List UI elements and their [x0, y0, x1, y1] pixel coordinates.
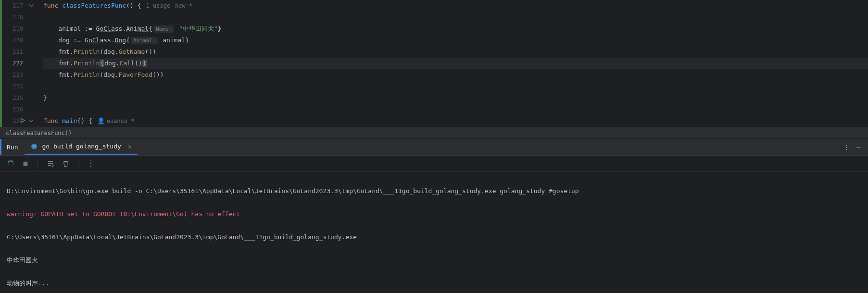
- code-text: dog :=: [43, 37, 85, 44]
- gutter: 217 218 219 220 221 222 223 224 225 226 …: [0, 0, 28, 127]
- code-line[interactable]: func classFeaturesFunc() {1 usagenew *: [43, 0, 868, 12]
- code-line[interactable]: animal := GoClass.Animal{Name: "中华田园犬"}: [43, 23, 868, 35]
- editor-area: 217 218 219 220 221 222 223 224 225 226 …: [0, 0, 868, 127]
- code-text: dog.: [104, 60, 119, 67]
- line-number[interactable]: 224: [0, 81, 28, 92]
- line-number[interactable]: 226: [0, 104, 28, 115]
- line-number[interactable]: 218: [0, 12, 28, 23]
- more-icon[interactable]: ⋮: [87, 159, 95, 168]
- gutter-markers: [28, 0, 43, 127]
- stop-icon[interactable]: [22, 160, 29, 167]
- trash-icon[interactable]: [62, 160, 69, 167]
- code-text: {: [126, 37, 130, 44]
- vcs-inlay[interactable]: new *: [175, 2, 192, 9]
- code-area[interactable]: func classFeaturesFunc() {1 usagenew * a…: [43, 0, 868, 127]
- param-hint: Name:: [153, 25, 174, 33]
- string-literal: "中华田园犬": [175, 25, 217, 32]
- type-ref: Dog: [115, 37, 126, 44]
- close-icon[interactable]: ×: [128, 143, 132, 150]
- tool-window-actions: ⋮ —: [843, 144, 868, 151]
- svg-point-1: [33, 146, 34, 146]
- console-line: C:\Users\35161\AppData\Local\JetBrains\G…: [7, 232, 861, 243]
- function-name: classFeaturesFunc: [62, 2, 126, 9]
- scroll-to-end-icon[interactable]: [47, 160, 54, 168]
- rerun-icon[interactable]: [7, 160, 14, 168]
- method-name: GetName: [119, 48, 145, 55]
- line-number[interactable]: 217: [0, 0, 28, 12]
- console-line: 动物的叫声...: [7, 278, 861, 289]
- type-ref: Animal: [126, 25, 149, 32]
- bracket-match: ): [142, 60, 147, 67]
- code-text: (dog.: [100, 48, 118, 55]
- tool-window-title[interactable]: Run: [0, 139, 25, 155]
- code-text: {: [149, 25, 152, 32]
- line-number[interactable]: 222: [0, 58, 28, 69]
- code-text: ()): [145, 48, 156, 55]
- line-number[interactable]: 223: [0, 69, 28, 81]
- code-text: }: [218, 25, 222, 32]
- code-text: ()): [152, 71, 164, 78]
- code-text: fmt.: [43, 60, 74, 67]
- breadcrumb[interactable]: classFeaturesFunc(): [0, 127, 868, 138]
- code-line[interactable]: }: [43, 92, 868, 104]
- run-gutter-icon[interactable]: [19, 117, 26, 124]
- method-name: FavorFood: [119, 71, 152, 78]
- author-inlay[interactable]: euansu *: [107, 118, 135, 124]
- code-line[interactable]: [43, 12, 868, 23]
- code-text: () {: [77, 117, 92, 124]
- minimize-icon[interactable]: —: [856, 144, 860, 151]
- chevron-down-icon[interactable]: [28, 117, 35, 124]
- code-line-active[interactable]: fmt.Println(dog.Call()): [43, 58, 868, 69]
- code-line[interactable]: fmt.Println(dog.FavorFood()): [43, 69, 868, 81]
- run-config-label: go build golang_study: [42, 143, 121, 150]
- code-line[interactable]: fmt.Println(dog.GetName()): [43, 46, 868, 58]
- code-line[interactable]: dog := GoClass.Dog{Animal: animal}: [43, 35, 868, 46]
- package-ref: GoClass: [96, 25, 123, 32]
- function-name: main: [62, 117, 77, 124]
- keyword: func: [43, 2, 62, 9]
- code-text: fmt.: [43, 71, 74, 78]
- console-line: D:\Enviroment\Go\bin\go.exe build -o C:\…: [7, 185, 861, 197]
- active-tool-marker: [0, 139, 1, 155]
- method-name: Println: [74, 71, 100, 78]
- line-number[interactable]: 219: [0, 23, 28, 35]
- code-line[interactable]: func main() {👤euansu *: [43, 115, 868, 127]
- method-name: Call: [120, 60, 135, 67]
- code-text: fmt.: [43, 48, 74, 55]
- code-text: .: [111, 37, 115, 44]
- code-text: animal :=: [43, 25, 96, 32]
- console-warning: warning: GOPATH set to GOROOT (D:\Enviro…: [7, 208, 861, 220]
- line-number[interactable]: 225: [0, 92, 28, 104]
- line-number[interactable]: 220: [0, 35, 28, 46]
- code-text: (dog.: [100, 71, 118, 78]
- code-line[interactable]: [43, 104, 868, 115]
- code-text: (): [135, 60, 142, 67]
- code-line[interactable]: [43, 81, 868, 92]
- bracket-match: (: [100, 60, 104, 67]
- console-output[interactable]: D:\Enviroment\Go\bin\go.exe build -o C:\…: [0, 172, 868, 293]
- code-text: }: [43, 94, 47, 101]
- param-hint: Animal:: [131, 37, 158, 44]
- package-ref: GoClass: [85, 37, 111, 44]
- code-text: animal}: [159, 37, 189, 44]
- chevron-down-icon[interactable]: [28, 2, 35, 9]
- svg-rect-3: [24, 161, 28, 166]
- run-toolbar: ⋮: [0, 156, 868, 172]
- go-build-icon: [30, 143, 38, 150]
- more-icon[interactable]: ⋮: [843, 144, 850, 151]
- run-config-tab[interactable]: go build golang_study ×: [25, 139, 138, 155]
- usages-inlay[interactable]: 1 usage: [146, 2, 171, 9]
- code-text: () {: [126, 2, 141, 9]
- method-name: Println: [74, 60, 100, 67]
- author-icon: 👤: [97, 117, 105, 124]
- line-number[interactable]: 221: [0, 46, 28, 58]
- svg-point-0: [31, 144, 37, 149]
- tool-window-header: Run go build golang_study × ⋮ —: [0, 138, 868, 156]
- console-line: 中华田园犬: [7, 255, 861, 266]
- method-name: Println: [74, 48, 100, 55]
- keyword: func: [43, 117, 62, 124]
- svg-point-2: [35, 146, 36, 146]
